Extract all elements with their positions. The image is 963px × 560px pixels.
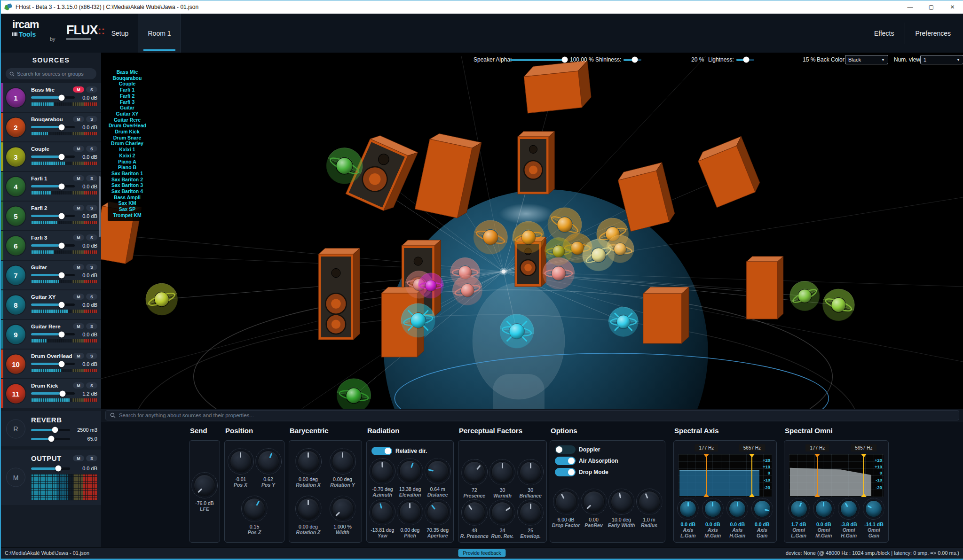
mute-button[interactable]: M	[73, 205, 84, 211]
knob-control[interactable]	[397, 458, 423, 484]
sidebar-scrollbar[interactable]	[99, 176, 101, 237]
mute-button[interactable]: M	[73, 353, 84, 359]
source-gain-slider[interactable]	[31, 156, 75, 158]
source-item-guitar[interactable]: 7GuitarMS0.0 dB	[1, 261, 101, 289]
knob-control[interactable]	[751, 498, 773, 520]
lightness-slider[interactable]	[736, 53, 754, 67]
overlay-source-couple[interactable]: Couple	[109, 81, 146, 87]
slider-thumb[interactable]	[59, 361, 65, 367]
eq-handle-high[interactable]	[863, 455, 864, 496]
sources-search[interactable]	[6, 68, 96, 79]
toggle-switch[interactable]	[555, 468, 576, 476]
toggle-relative-dir[interactable]: Relative dir.	[371, 447, 427, 455]
overlay-source-drum-overhead[interactable]: Drum OverHead	[109, 123, 146, 129]
knob-control[interactable]	[369, 458, 395, 484]
solo-button[interactable]: S	[86, 175, 97, 181]
toggle-air-absorption[interactable]: Air Absorption	[555, 457, 618, 465]
overlay-source-drum-snare[interactable]: Drum Snare	[109, 135, 146, 141]
tab-setup[interactable]: Setup	[103, 14, 136, 53]
knob-control[interactable]	[397, 499, 423, 525]
mute-button[interactable]: M	[73, 175, 84, 181]
eq-freq-low[interactable]: 177 Hz	[695, 444, 718, 451]
overlay-source-sax-bariton-3[interactable]: Sax Bariton 3	[109, 182, 146, 188]
overlay-source-sax-bariton-2[interactable]: Sax Bariton 2	[109, 177, 146, 183]
source-item-drum-overhead[interactable]: 10Drum OverHeadMS0.0 dB	[1, 350, 101, 378]
slider-thumb[interactable]	[59, 390, 65, 397]
source-gain-slider[interactable]	[31, 392, 75, 395]
source-item-couple[interactable]: 3CoupleMS0.0 dB	[1, 142, 101, 171]
toggle-switch[interactable]	[555, 445, 576, 454]
knob-control[interactable]	[702, 498, 724, 520]
source-gain-slider[interactable]	[31, 96, 75, 99]
source-item-farfi-3[interactable]: 6Farfi 3MS0.0 dB	[1, 231, 101, 260]
source-gain-slider[interactable]	[31, 126, 75, 128]
slider-thumb[interactable]	[59, 272, 65, 278]
overlay-source-farfi-1[interactable]: Farfi 1	[109, 87, 146, 93]
source-item-bass-mic[interactable]: 1Bass MicMS0.0 dB	[1, 83, 101, 112]
knob-control[interactable]	[581, 489, 607, 515]
overlay-source-farfi-3[interactable]: Farfi 3	[109, 99, 146, 105]
slider-thumb[interactable]	[59, 124, 65, 130]
source-gain-slider[interactable]	[31, 215, 75, 217]
property-search[interactable]	[105, 410, 959, 420]
knob-control[interactable]	[553, 489, 579, 515]
mute-button[interactable]: M	[73, 264, 84, 270]
knob-control[interactable]	[608, 489, 635, 515]
mute-button[interactable]: M	[73, 146, 84, 152]
knob-control[interactable]	[425, 499, 451, 525]
solo-button[interactable]: S	[86, 353, 97, 359]
overlay-source-bouqarabou[interactable]: Bouqarabou	[109, 75, 146, 81]
overlay-source-farfi-2[interactable]: Farfi 2	[109, 93, 146, 99]
mute-button[interactable]: M	[73, 294, 84, 300]
toggle-switch[interactable]	[371, 447, 392, 455]
back-color-dropdown[interactable]: Black▼	[845, 53, 888, 67]
overlay-source-kxixi-1[interactable]: Kxixi 1	[109, 147, 146, 153]
effects-link[interactable]: Effects	[874, 30, 894, 37]
knob-control[interactable]	[726, 498, 748, 520]
toggle-doppler[interactable]: Doppler	[555, 445, 600, 454]
source-item-farfi-2[interactable]: 5Farfi 2MS0.0 dB	[1, 202, 101, 230]
slider-thumb[interactable]	[48, 436, 55, 442]
provide-feedback-button[interactable]: Provide feedback	[458, 549, 505, 557]
slider-thumb[interactable]	[59, 94, 65, 101]
output-gain-slider[interactable]	[31, 467, 70, 470]
solo-button[interactable]: S	[86, 234, 97, 241]
overlay-source-guitar-xy[interactable]: Guitar XY	[109, 111, 146, 117]
output-mute-button[interactable]: M	[73, 455, 84, 461]
eq-freq-high[interactable]: 5657 Hz	[851, 444, 876, 451]
eq-freq-low[interactable]: 177 Hz	[805, 444, 829, 451]
knob-control[interactable]	[517, 499, 544, 526]
knob-control[interactable]	[295, 496, 322, 522]
knob-control[interactable]	[425, 458, 451, 484]
solo-button[interactable]: S	[86, 382, 97, 389]
knob-control[interactable]	[330, 496, 356, 522]
overlay-source-piano-a[interactable]: Piano A	[109, 159, 146, 165]
knob-control[interactable]	[295, 448, 322, 474]
source-item-farfi-1[interactable]: 4Farfi 1MS0.0 dB	[1, 172, 101, 201]
output-solo-button[interactable]: S	[86, 455, 97, 461]
slider-thumb[interactable]	[59, 302, 65, 308]
knob-control[interactable]	[677, 498, 699, 520]
knob-control[interactable]	[228, 448, 254, 474]
eq-handle-low[interactable]	[706, 455, 707, 496]
overlay-source-kxixi-2[interactable]: Kxixi 2	[109, 153, 146, 159]
solo-button[interactable]: S	[86, 323, 97, 329]
eq-handle-high[interactable]	[751, 455, 752, 496]
knob-control[interactable]	[369, 499, 395, 525]
shininess-slider[interactable]	[624, 53, 641, 67]
overlay-source-drum-kick[interactable]: Drum Kick	[109, 129, 146, 135]
source-gain-slider[interactable]	[31, 274, 75, 276]
maximize-button[interactable]: ▢	[921, 0, 942, 14]
slider-thumb[interactable]	[59, 331, 65, 337]
overlay-source-sax-bariton-4[interactable]: Sax Bariton 4	[109, 188, 146, 194]
reverb-damp-slider[interactable]	[31, 438, 70, 440]
minimize-button[interactable]: —	[900, 0, 921, 14]
knob-control[interactable]	[330, 448, 356, 474]
toggle-switch[interactable]	[555, 457, 576, 465]
eq-freq-high[interactable]: 5657 Hz	[739, 444, 765, 451]
knob-control[interactable]	[489, 459, 515, 485]
source-item-drum-kick[interactable]: 11Drum KickMS1.2 dB	[1, 379, 101, 408]
solo-button[interactable]: S	[86, 146, 97, 152]
source-gain-slider[interactable]	[31, 363, 75, 365]
mute-button[interactable]: M	[73, 116, 84, 122]
